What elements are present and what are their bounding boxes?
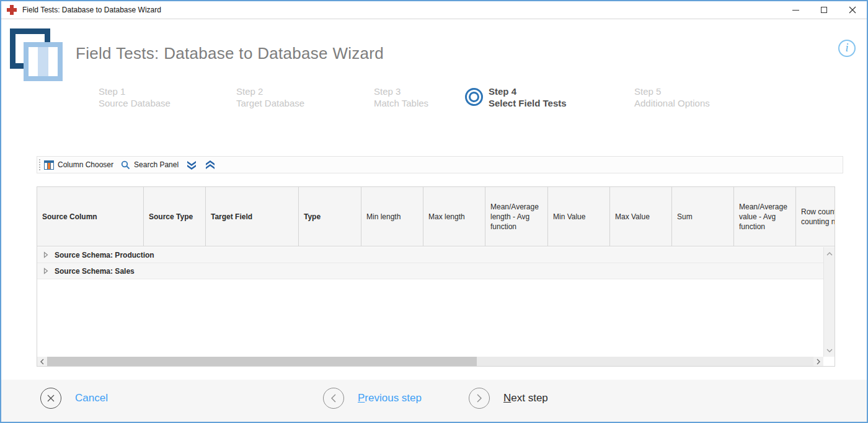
logo-front-square [24, 42, 63, 81]
next-chevron-icon [469, 388, 490, 409]
field-tests-grid: Source Column Source Type Target Field T… [37, 186, 835, 367]
group-row-sales[interactable]: Source Schema: Sales [37, 263, 823, 279]
active-step-ring-icon [465, 88, 483, 106]
footer-bar: Cancel Previous step Next step [1, 380, 867, 422]
scroll-up-button[interactable] [824, 248, 835, 259]
column-header-target-field[interactable]: Target Field [206, 187, 299, 246]
app-cross-icon [7, 5, 17, 15]
next-step-label: Next step [503, 392, 548, 404]
column-header-type[interactable]: Type [299, 187, 361, 246]
step-number: Step 2 [236, 85, 304, 97]
scroll-right-button[interactable] [813, 357, 823, 366]
next-step-button[interactable]: Next step [469, 388, 548, 409]
column-chooser-button[interactable]: Column Chooser [40, 157, 117, 173]
chevron-up-icon [826, 252, 833, 256]
maximize-button[interactable] [810, 1, 838, 19]
group-row-production[interactable]: Source Schema: Production [37, 247, 823, 263]
step-number: Step 1 [99, 85, 170, 97]
column-chooser-label: Column Chooser [58, 160, 113, 169]
step-label: Select Field Tests [489, 97, 567, 109]
window-controls [781, 1, 867, 19]
step-label: Target Database [236, 97, 304, 109]
window-title: Field Tests: Database to Database Wizard [22, 6, 161, 14]
chevron-right-icon [817, 359, 820, 365]
group-row-label: Source Schema: Production [55, 251, 154, 259]
expand-triangle-icon[interactable] [43, 268, 48, 274]
step-number: Step 4 [489, 85, 567, 97]
active-step-ring-inner [469, 92, 479, 102]
chevron-down-icon [826, 349, 833, 352]
titlebar: Field Tests: Database to Database Wizard [1, 1, 867, 19]
horizontal-scrollbar[interactable] [37, 357, 823, 366]
step-number: Step 3 [374, 85, 428, 97]
grid-header-row: Source Column Source Type Target Field T… [37, 187, 835, 246]
page-title: Field Tests: Database to Database Wizard [76, 44, 384, 63]
chevron-left-icon [40, 359, 44, 365]
grid-body: Source Schema: Production Source Schema:… [37, 247, 823, 357]
scroll-down-button[interactable] [824, 345, 835, 355]
column-header-sum[interactable]: Sum [672, 187, 734, 246]
column-header-min-length[interactable]: Min length [361, 187, 423, 246]
wizard-window: Field Tests: Database to Database Wizard… [0, 0, 868, 423]
maximize-icon [821, 7, 827, 13]
previous-step-label: Previous step [358, 392, 422, 404]
cancel-x-icon [40, 388, 61, 409]
column-header-mean-value[interactable]: Mean/Average value - Avg function [734, 187, 796, 246]
h-scroll-thumb[interactable] [47, 357, 477, 366]
step-item-3[interactable]: Step 3 Match Tables [374, 85, 428, 109]
expand-all-button[interactable] [201, 157, 219, 173]
column-header-mean-length[interactable]: Mean/Average length - Avg function [485, 187, 548, 246]
expand-triangle-icon[interactable] [43, 251, 48, 258]
column-header-source-column[interactable]: Source Column [37, 187, 144, 246]
step-label: Source Database [99, 97, 170, 109]
step-item-1[interactable]: Step 1 Source Database [99, 85, 170, 109]
search-panel-label: Search Panel [134, 160, 179, 169]
cancel-button[interactable]: Cancel [40, 388, 108, 409]
collapse-all-button[interactable] [182, 157, 201, 173]
grid-toolbar: Column Chooser Search Panel [37, 156, 843, 173]
double-chevron-up-icon [205, 160, 216, 170]
column-header-max-value[interactable]: Max Value [610, 187, 672, 246]
step-label: Additional Options [634, 97, 710, 109]
group-row-label: Source Schema: Sales [55, 267, 135, 276]
cancel-label: Cancel [75, 392, 108, 404]
logo-stripe [38, 47, 48, 76]
step-label: Match Tables [374, 97, 428, 109]
column-header-min-value[interactable]: Min Value [548, 187, 610, 246]
close-icon [849, 6, 856, 14]
column-chooser-icon [44, 160, 54, 170]
step-item-4[interactable]: Step 4 Select Field Tests [489, 85, 567, 109]
step-item-5[interactable]: Step 5 Additional Options [634, 85, 710, 109]
previous-step-button[interactable]: Previous step [323, 388, 422, 409]
column-header-row-count[interactable]: Row count not counting null [796, 187, 835, 246]
step-number: Step 5 [634, 85, 710, 97]
close-button[interactable] [838, 1, 867, 19]
vertical-scrollbar[interactable] [823, 247, 835, 357]
app-logo [10, 28, 63, 82]
search-icon [121, 160, 130, 170]
minimize-icon [792, 10, 799, 11]
scroll-left-button[interactable] [37, 357, 47, 366]
double-chevron-down-icon [186, 160, 197, 170]
info-icon[interactable]: i [838, 40, 856, 57]
search-panel-button[interactable]: Search Panel [117, 157, 182, 173]
step-item-2[interactable]: Step 2 Target Database [236, 85, 304, 109]
column-header-max-length[interactable]: Max length [423, 187, 485, 246]
minimize-button[interactable] [781, 1, 810, 19]
column-header-source-type[interactable]: Source Type [144, 187, 206, 246]
previous-chevron-icon [323, 388, 344, 409]
